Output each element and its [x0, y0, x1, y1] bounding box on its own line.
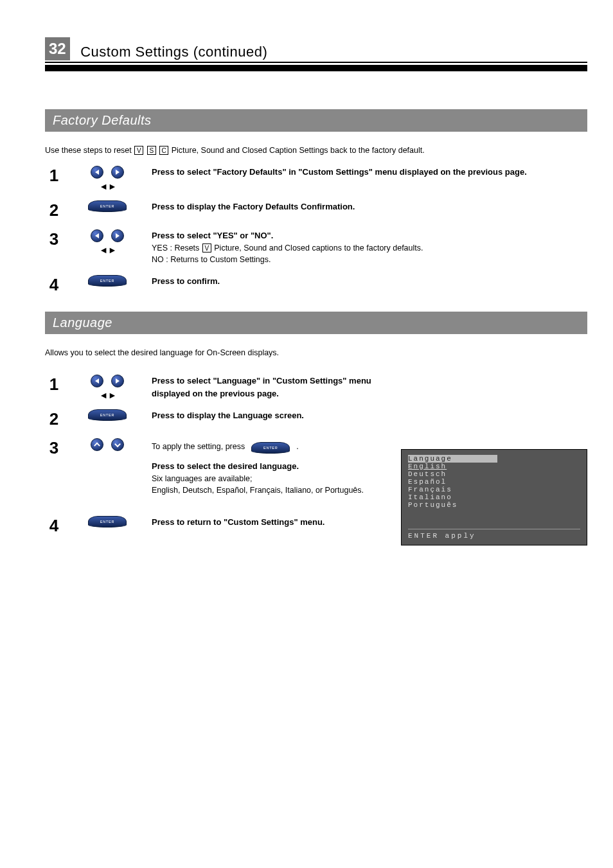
- page-header: 32 Custom Settings (continued): [45, 37, 587, 71]
- osd-item-selected: English: [408, 463, 447, 470]
- section-bar-language: Language: [45, 312, 587, 334]
- left-right-buttons-icon: [91, 229, 124, 242]
- rule-thick: [45, 65, 587, 71]
- factory-step-2: 2 Press to display the Factory Defaults …: [45, 200, 587, 220]
- right-button-icon: [111, 375, 124, 387]
- step-number: 2: [45, 409, 63, 429]
- osd-language-screen: Language English Deutsch Español Françai…: [401, 449, 587, 545]
- language-step-4: 4 Press to return to "Custom Settings" m…: [45, 516, 375, 536]
- step-number: 2: [45, 200, 63, 220]
- step-extra3: NO : Returns to Custom Settings.: [152, 255, 271, 264]
- right-button-icon: [111, 229, 124, 242]
- step-text: Press to select the desired language.: [152, 461, 299, 471]
- enter-button-icon: [88, 200, 127, 212]
- step-number: 4: [45, 275, 63, 295]
- left-right-buttons-icon: [91, 166, 124, 179]
- step-extra2: Picture, Sound and Closed captions to th…: [212, 244, 423, 252]
- step-number: 3: [45, 438, 63, 458]
- osd-item: Português: [408, 501, 580, 509]
- left-button-icon: [91, 375, 103, 387]
- up-down-buttons-icon: [91, 438, 124, 451]
- step-extra: YES : Resets: [152, 244, 202, 252]
- step-text: Press to return to "Custom Settings" men…: [152, 517, 324, 527]
- enter-button-icon: [88, 275, 127, 287]
- factory-step-3: 3 ◄ ► Press to select "YES" or "NO". YES…: [45, 229, 587, 266]
- factory-intro: Use these steps to reset V S C Picture, …: [45, 145, 587, 157]
- section-bar-factory: Factory Defaults: [45, 109, 587, 132]
- step-extra: To apply the setting, press: [152, 441, 245, 453]
- step-number: 4: [45, 516, 63, 536]
- content: Factory Defaults Use these steps to rese…: [45, 109, 587, 545]
- osd-item: Italiano: [408, 493, 580, 501]
- enter-button-icon: [251, 442, 290, 454]
- boxed-v-icon: V: [134, 146, 143, 155]
- boxed-s-icon: S: [147, 146, 156, 155]
- osd-item: Deutsch: [408, 470, 580, 478]
- language-step-3: 3 To apply the setting, press . Press to…: [45, 438, 375, 497]
- osd-title: Language: [408, 455, 497, 463]
- language-list: English, Deutsch, Español, Français, Ita…: [152, 484, 375, 497]
- step-extra2: .: [296, 441, 298, 453]
- osd-item: Español: [408, 478, 580, 486]
- step-number: 1: [45, 375, 63, 394]
- arrow-left-right-icon: ◄ ►: [99, 245, 116, 255]
- arrow-left-right-icon: ◄ ►: [99, 181, 116, 191]
- step-text: Press to display the Factory Defaults Co…: [152, 202, 355, 211]
- page-number: 32: [45, 37, 70, 60]
- step-text: Press to select "Language" in "Custom Se…: [152, 376, 371, 398]
- step-number: 3: [45, 229, 63, 249]
- step-text: Press to select "YES" or "NO".: [152, 231, 273, 240]
- right-button-icon: [111, 166, 124, 179]
- factory-step-4: 4 Press to confirm.: [45, 275, 587, 295]
- language-intro: Allows you to select the desired languag…: [45, 347, 587, 359]
- factory-step-1: 1 ◄ ► Press to select "Factory Defaults"…: [45, 166, 587, 191]
- boxed-v-icon: V: [202, 244, 211, 252]
- language-step-1: 1 ◄ ► Press to select "Language" in "Cus…: [45, 375, 375, 400]
- left-right-buttons-icon: [91, 375, 124, 387]
- language-list-intro: Six languages are available;: [152, 473, 375, 485]
- left-button-icon: [91, 166, 103, 179]
- step-text: Press to confirm.: [152, 276, 220, 286]
- enter-button-icon: [88, 516, 127, 527]
- boxed-c-icon: C: [159, 146, 168, 155]
- page-title: Custom Settings (continued): [80, 44, 267, 60]
- enter-button-icon: [88, 409, 127, 421]
- arrow-left-right-icon: ◄ ►: [99, 390, 116, 400]
- step-number: 1: [45, 166, 63, 186]
- osd-item: Français: [408, 486, 580, 493]
- up-button-icon: [91, 438, 103, 451]
- osd-apply: ENTER apply: [408, 529, 580, 540]
- language-step-2: 2 Press to display the Language screen.: [45, 409, 375, 429]
- down-button-icon: [111, 438, 124, 451]
- step-text: Press to select "Factory Defaults" in "C…: [152, 167, 527, 177]
- left-button-icon: [91, 229, 103, 242]
- rule-thin: [45, 62, 587, 63]
- step-text: Press to display the Language screen.: [152, 411, 304, 420]
